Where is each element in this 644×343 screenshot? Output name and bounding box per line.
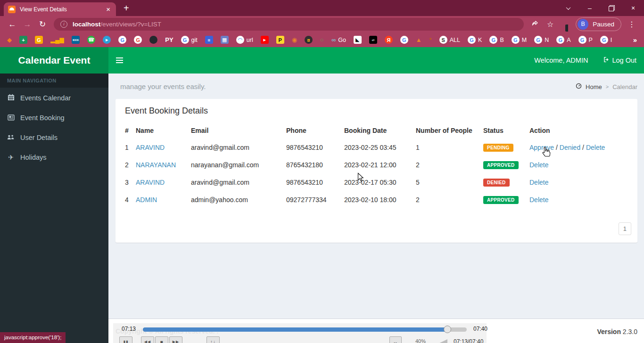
- share-icon[interactable]: [528, 20, 543, 29]
- bookmark-favicon: ○: [320, 36, 324, 44]
- bookmark-favicon: G: [556, 36, 564, 44]
- bookmark-item[interactable]: ▸: [261, 36, 269, 44]
- action-delete-link[interactable]: Delete: [586, 144, 605, 151]
- breadcrumb-home-link[interactable]: Home: [586, 83, 602, 90]
- bookmark-favicon: G: [534, 36, 542, 44]
- booking-name-link[interactable]: ARAVIND: [136, 179, 165, 186]
- bookmark-item[interactable]: GA: [556, 36, 570, 44]
- elapsed-time: 07:13: [122, 326, 136, 332]
- bookmark-item[interactable]: GK: [468, 36, 482, 44]
- bookmark-item[interactable]: ◠url: [236, 36, 253, 44]
- bookmark-item[interactable]: G: [118, 36, 126, 44]
- sidebar-item-holidays[interactable]: ✈ Holidays: [0, 147, 108, 167]
- bookmark-item[interactable]: ▲: [416, 36, 422, 44]
- bookmark-item[interactable]: +: [19, 36, 27, 44]
- action-approve-link[interactable]: Approve: [529, 144, 554, 151]
- bookmark-item[interactable]: ¤: [305, 36, 313, 44]
- bookmark-favicon: G: [578, 36, 586, 44]
- sync-status-label: Paused: [593, 21, 614, 28]
- bookmark-item[interactable]: ▂▄▆: [50, 36, 64, 44]
- bookmark-label: url: [247, 37, 253, 43]
- window-close-button[interactable]: ×: [622, 0, 644, 16]
- page-1-button[interactable]: 1: [619, 222, 631, 235]
- bookmark-item[interactable]: Я: [385, 36, 393, 44]
- action-delete-link[interactable]: Delete: [529, 196, 548, 204]
- bookmark-item[interactable]: Ggit: [181, 36, 198, 44]
- bookmark-item[interactable]: G: [35, 36, 43, 44]
- booking-name-link[interactable]: ARAVIND: [136, 144, 165, 151]
- sidebar-item-user-details[interactable]: User Details: [0, 128, 108, 147]
- bookmark-item[interactable]: GI: [600, 36, 612, 44]
- tab-search-icon[interactable]: [557, 0, 579, 16]
- new-tab-button[interactable]: +: [124, 0, 129, 16]
- bookmark-item[interactable]: ▸: [103, 36, 111, 44]
- skip-start-button[interactable]: ◀◀: [141, 336, 154, 343]
- dashboard-icon: [576, 83, 582, 90]
- booking-name-link[interactable]: ADMIN: [136, 196, 157, 204]
- reload-button[interactable]: ↻: [35, 19, 50, 29]
- bookmark-item[interactable]: ◉: [292, 36, 297, 44]
- bookmark-favicon: S: [439, 36, 447, 44]
- bookmarks-overflow-icon[interactable]: »: [633, 36, 637, 44]
- bookmark-star-icon[interactable]: ☆: [543, 20, 558, 29]
- site-info-icon[interactable]: i: [60, 21, 67, 28]
- bookmark-item[interactable]: ◣: [354, 36, 362, 44]
- bookmark-label: ALL: [450, 37, 460, 43]
- fit-view-button[interactable]: ↔: [389, 336, 402, 343]
- bookmark-item[interactable]: *: [429, 36, 432, 44]
- booking-name-link[interactable]: NARAYANAN: [136, 161, 176, 169]
- bookmark-item[interactable]: G: [400, 36, 408, 44]
- back-button[interactable]: ←: [5, 20, 20, 29]
- window-minimize-button[interactable]: –: [579, 0, 601, 16]
- bookmark-item[interactable]: [149, 36, 157, 44]
- status-badge: APPROVED: [483, 196, 519, 204]
- breadcrumb: Home > Calendar: [576, 83, 637, 90]
- seek-bar-fill: [143, 327, 447, 332]
- brand-logo[interactable]: Calendar Event: [0, 47, 108, 74]
- bookmark-item[interactable]: IEEE: [72, 36, 80, 44]
- bookmark-item[interactable]: G: [134, 36, 142, 44]
- bookmark-item[interactable]: ☎: [87, 36, 95, 44]
- window-restore-button[interactable]: [601, 0, 622, 16]
- sidebar-toggle-icon[interactable]: [108, 47, 130, 74]
- action-delete-link[interactable]: Delete: [529, 161, 548, 169]
- skip-end-button[interactable]: ▶▶: [169, 336, 182, 343]
- bookmark-item[interactable]: GB: [489, 36, 504, 44]
- bookmark-item[interactable]: ▦: [221, 36, 229, 44]
- cell-num: 4: [125, 191, 136, 208]
- bookmark-item[interactable]: GM: [512, 36, 527, 44]
- action-delete-link[interactable]: Delete: [529, 179, 548, 186]
- frame-jump-button[interactable]: ↑↓: [206, 336, 220, 343]
- bookmark-favicon: ◉: [292, 36, 297, 44]
- bookmark-item[interactable]: GN: [534, 36, 549, 44]
- bookmark-label: P: [589, 37, 593, 43]
- bookmark-item[interactable]: ○: [320, 36, 324, 44]
- tab-close-icon[interactable]: ×: [105, 5, 112, 13]
- forward-button[interactable]: →: [20, 20, 35, 29]
- volume-icon[interactable]: [435, 339, 447, 343]
- bookmark-item[interactable]: |||: [205, 36, 213, 44]
- profile-button[interactable]: B Paused: [576, 17, 621, 31]
- logout-button[interactable]: Log Out: [602, 57, 636, 64]
- seek-handle[interactable]: [444, 326, 451, 333]
- bookmark-item[interactable]: ◆: [7, 36, 12, 44]
- bookmark-label: A: [567, 37, 570, 43]
- bookmark-item[interactable]: PY: [165, 36, 173, 44]
- action-denied-link[interactable]: Denied: [560, 144, 580, 151]
- browser-menu-icon[interactable]: ⋮: [624, 20, 639, 29]
- cell-people: 1: [416, 139, 483, 156]
- bookmark-item[interactable]: GP: [578, 36, 593, 44]
- cell-actions: Delete: [529, 191, 628, 208]
- seek-bar[interactable]: [143, 327, 467, 332]
- bookmark-favicon: ▲: [416, 36, 422, 44]
- sidebar-item-events-calendar[interactable]: Events Calendar: [0, 88, 108, 108]
- stop-button[interactable]: ■: [155, 336, 168, 343]
- bookmark-item[interactable]: cl: [369, 36, 377, 44]
- pause-button[interactable]: ▮▮: [119, 336, 132, 343]
- address-bar[interactable]: i localhost /event/views/?v=LIST: [54, 18, 524, 31]
- bookmark-item[interactable]: P: [276, 36, 284, 44]
- bookmark-item[interactable]: ∞Go: [331, 36, 346, 44]
- sidebar-item-event-booking[interactable]: Event Booking: [0, 108, 108, 128]
- browser-tab[interactable]: View Event Details ×: [4, 2, 116, 16]
- bookmark-item[interactable]: SALL: [439, 36, 460, 44]
